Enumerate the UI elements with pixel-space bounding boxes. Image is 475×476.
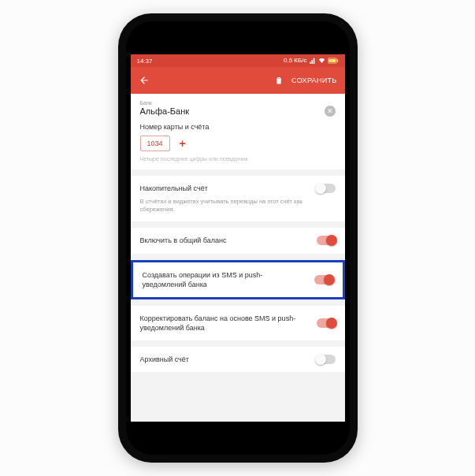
row-label: Корректировать баланс на основе SMS и pu… <box>140 314 309 333</box>
status-bar: 14:37 0,6 КБ/с <box>131 54 345 67</box>
row-label: Накопительный счёт <box>140 184 309 193</box>
row-label: Создавать операции из SMS и push-уведомл… <box>143 270 306 289</box>
svg-rect-1 <box>328 59 336 62</box>
card-number-hint: Четыре последние цифры или псевдоним <box>140 156 336 162</box>
row-correct-balance[interactable]: Корректировать баланс на основе SMS и pu… <box>131 306 345 340</box>
close-icon: ✕ <box>327 108 333 115</box>
content: Банк Альфа-Банк ✕ Номер карты и счёта 10… <box>131 94 345 422</box>
toggle-savings[interactable] <box>317 184 336 193</box>
row-sms-push[interactable]: Создавать операции из SMS и push-уведомл… <box>133 262 343 297</box>
row-savings-account[interactable]: Накопительный счёт В отчётах и виджетах … <box>131 176 345 221</box>
signal-icon <box>310 58 316 64</box>
card-number-chip[interactable]: 1034 <box>140 136 170 151</box>
status-net-speed: 0,6 КБ/с <box>284 58 306 64</box>
svg-rect-2 <box>337 59 338 61</box>
battery-icon <box>328 58 339 64</box>
toggle-archive[interactable] <box>317 355 336 364</box>
add-card-button[interactable]: + <box>176 137 189 150</box>
wifi-icon <box>318 58 325 64</box>
app-bar: СОХРАНИТЬ <box>131 67 345 94</box>
save-button[interactable]: СОХРАНИТЬ <box>291 76 336 84</box>
highlight-frame: Создавать операции из SMS и push-уведомл… <box>131 260 345 299</box>
row-sub: В отчётах и виджетах учитывать переводы … <box>140 198 336 214</box>
status-time: 14:37 <box>137 58 153 65</box>
back-button[interactable] <box>139 75 150 86</box>
clear-bank-button[interactable]: ✕ <box>325 106 336 117</box>
card-number-label: Номер карты и счёта <box>140 123 336 131</box>
row-label: Включить в общий баланс <box>140 236 309 245</box>
phone-frame: 14:37 0,6 КБ/с <box>118 13 358 463</box>
delete-button[interactable] <box>274 76 284 85</box>
status-right: 0,6 КБ/с <box>284 58 338 64</box>
screen: 14:37 0,6 КБ/с <box>131 54 345 422</box>
toggle-correct-balance[interactable] <box>317 318 336 328</box>
plus-icon: + <box>180 137 186 150</box>
bank-name-value[interactable]: Альфа-Банк <box>140 106 190 116</box>
bank-card-section: Банк Альфа-Банк ✕ Номер карты и счёта 10… <box>131 94 345 169</box>
row-label: Архивный счёт <box>140 355 309 364</box>
row-include-balance[interactable]: Включить в общий баланс <box>131 228 345 253</box>
row-archive[interactable]: Архивный счёт <box>131 347 345 372</box>
toggle-sms-push[interactable] <box>314 275 333 284</box>
toggle-include-balance[interactable] <box>317 236 336 245</box>
bank-field-label: Банк <box>140 100 336 106</box>
